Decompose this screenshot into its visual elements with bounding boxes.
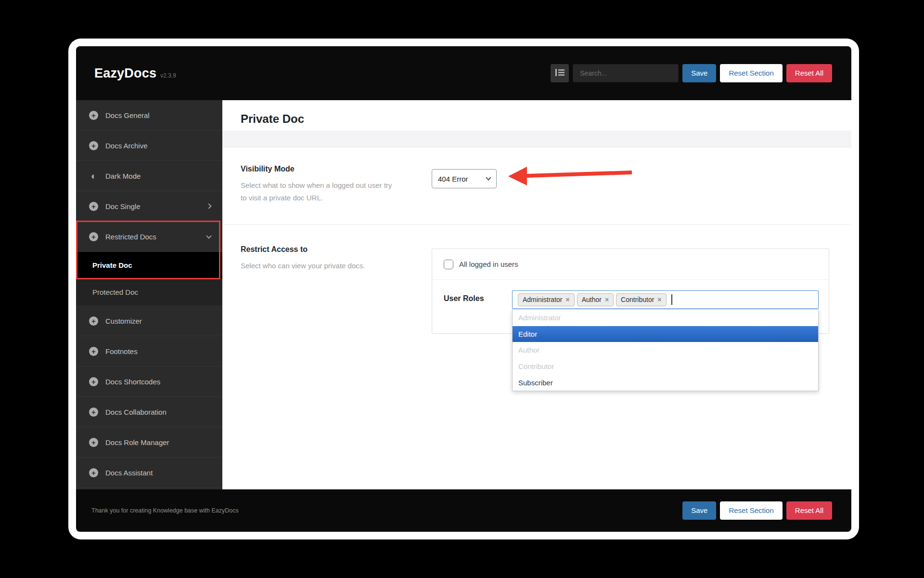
- plus-circle-icon: +: [89, 347, 98, 356]
- sidebar-item-customizer[interactable]: + Customizer: [76, 306, 222, 336]
- user-roles-dropdown: Administrator Editor Author Contributor …: [512, 309, 819, 391]
- sidebar-item-label: Docs Archive: [105, 142, 148, 150]
- dropdown-option-contributor: Contributor: [513, 358, 818, 375]
- save-button[interactable]: Save: [682, 64, 716, 82]
- plus-circle-icon: +: [89, 111, 98, 120]
- top-bar: EazyDocs v2.3.9: [76, 46, 851, 100]
- restrict-access-label: Restrict Access to: [241, 245, 308, 254]
- sidebar-item-label: Docs Role Manager: [105, 438, 169, 447]
- footer-save-button[interactable]: Save: [682, 501, 716, 520]
- sidebar-subitem-protected-doc[interactable]: Protected Doc: [76, 279, 222, 306]
- sidebar-item-label: Customizer: [105, 317, 142, 325]
- restrict-access-description: Select who can view your private docs.: [241, 260, 365, 272]
- sidebar-item-label: Dark Mode: [105, 172, 141, 180]
- sidebar-item-label: Docs Shortcodes: [105, 378, 160, 386]
- reset-section-button[interactable]: Reset Section: [720, 64, 782, 82]
- tag-label: Administrator: [523, 296, 562, 303]
- user-roles-label: User Roles: [444, 294, 484, 303]
- tag-chip-author: Author ×: [577, 293, 614, 306]
- page-title: Private Doc: [241, 112, 304, 126]
- sidebar-item-docs-assistant[interactable]: + Docs Assistant: [76, 458, 222, 488]
- reset-all-button[interactable]: Reset All: [786, 64, 832, 82]
- remove-icon[interactable]: ×: [657, 296, 661, 303]
- app-window: EazyDocs v2.3.9: [68, 39, 859, 539]
- plus-circle-icon: +: [89, 377, 98, 386]
- sidebar-item-footnotes[interactable]: + Footnotes: [76, 336, 222, 367]
- tag-chip-administrator: Administrator ×: [518, 293, 575, 306]
- sidebar-subitem-private-doc[interactable]: Private Doc: [76, 252, 222, 279]
- tag-chip-contributor: Contributor ×: [616, 293, 666, 306]
- sidebar-item-label: Private Doc: [92, 261, 132, 269]
- title-strip: [222, 131, 851, 147]
- sidebar-item-docs-shortcodes[interactable]: + Docs Shortcodes: [76, 367, 222, 397]
- all-logged-in-label[interactable]: All logged in users: [459, 260, 518, 268]
- main-area: + Docs General + Docs Archive ◐ Dark Mod…: [76, 100, 851, 489]
- restrict-access-section: Restrict Access to Select who can view y…: [222, 225, 851, 488]
- brand-logo: EazyDocs v2.3.9: [94, 66, 176, 81]
- visibility-mode-section: Visibility Mode Select what to show when…: [222, 147, 851, 225]
- tag-label: Contributor: [621, 296, 654, 303]
- chevron-down-icon: [486, 175, 491, 180]
- settings-content: Private Doc Visibility Mode Select what …: [222, 100, 851, 489]
- sidebar-item-doc-single[interactable]: + Doc Single: [76, 191, 222, 222]
- sidebar-item-label: Protected Doc: [92, 288, 138, 296]
- footer-actions: Save Reset Section Reset All: [682, 501, 832, 520]
- collapse-menu-button[interactable]: [551, 64, 569, 82]
- tag-label: Author: [582, 296, 602, 303]
- sidebar-item-label: Docs General: [105, 111, 150, 119]
- footer-reset-all-button[interactable]: Reset All: [786, 501, 832, 520]
- dropdown-option-administrator: Administrator: [513, 310, 818, 326]
- footer-note: Thank you for creating Knowledge base wi…: [91, 507, 239, 514]
- plus-circle-icon: +: [89, 407, 98, 417]
- dropdown-option-editor[interactable]: Editor: [513, 326, 818, 342]
- user-roles-input[interactable]: Administrator × Author × Contributor ×: [512, 290, 819, 309]
- version-label: v2.3.9: [160, 72, 176, 79]
- visibility-mode-select[interactable]: 404 Error: [432, 169, 497, 188]
- screenshot-stage: EazyDocs v2.3.9: [0, 0, 924, 578]
- visibility-mode-description: Select what to show when a logged out us…: [241, 179, 395, 204]
- selected-value: 404 Error: [438, 175, 468, 183]
- visibility-mode-label: Visibility Mode: [241, 165, 295, 173]
- dropdown-option-subscriber[interactable]: Subscriber: [513, 374, 818, 391]
- sidebar-item-docs-general[interactable]: + Docs General: [76, 100, 222, 131]
- sidebar: + Docs General + Docs Archive ◐ Dark Mod…: [76, 100, 222, 489]
- plus-circle-icon: +: [89, 316, 98, 326]
- page-title-band: Private Doc: [222, 100, 851, 131]
- brand-name: EazyDocs: [94, 66, 156, 81]
- top-bar-actions: Save Reset Section Reset All: [551, 64, 832, 82]
- remove-icon[interactable]: ×: [565, 296, 569, 303]
- sidebar-item-restricted-docs[interactable]: + Restricted Docs: [76, 222, 222, 252]
- dropdown-option-author: Author: [513, 342, 818, 358]
- all-logged-in-row: All logged in users: [432, 249, 829, 280]
- bottom-bar: Thank you for creating Knowledge base wi…: [76, 489, 851, 532]
- plus-circle-icon: +: [89, 232, 98, 241]
- restricted-docs-submenu: Private Doc Protected Doc: [76, 252, 222, 306]
- text-caret: [671, 294, 672, 305]
- plus-circle-icon: +: [89, 141, 98, 150]
- all-logged-in-checkbox[interactable]: [444, 260, 453, 269]
- plus-circle-icon: +: [89, 202, 98, 211]
- sidebar-item-label: Docs Assistant: [105, 469, 153, 477]
- sidebar-item-docs-collaboration[interactable]: + Docs Collaboration: [76, 397, 222, 427]
- search-input[interactable]: [573, 64, 679, 82]
- dark-mode-icon: ◐: [89, 171, 98, 181]
- menu-icon: [555, 69, 565, 78]
- footer-reset-section-button[interactable]: Reset Section: [720, 501, 782, 520]
- sidebar-item-label: Footnotes: [105, 347, 138, 355]
- sidebar-item-label: Doc Single: [105, 202, 141, 210]
- remove-icon[interactable]: ×: [605, 296, 609, 303]
- plus-circle-icon: +: [89, 438, 98, 447]
- restrict-access-panel: All logged in users User Roles Administr…: [432, 249, 829, 334]
- chevron-right-icon: [206, 203, 211, 209]
- sidebar-item-dark-mode[interactable]: ◐ Dark Mode: [76, 161, 222, 191]
- sidebar-item-label: Docs Collaboration: [105, 408, 167, 416]
- sidebar-item-docs-archive[interactable]: + Docs Archive: [76, 131, 222, 161]
- eazydocs-settings-app: EazyDocs v2.3.9: [76, 46, 851, 532]
- chevron-down-icon: [206, 233, 211, 238]
- sidebar-item-label: Restricted Docs: [105, 233, 156, 241]
- plus-circle-icon: +: [89, 468, 98, 477]
- sidebar-item-docs-role-manager[interactable]: + Docs Role Manager: [76, 427, 222, 458]
